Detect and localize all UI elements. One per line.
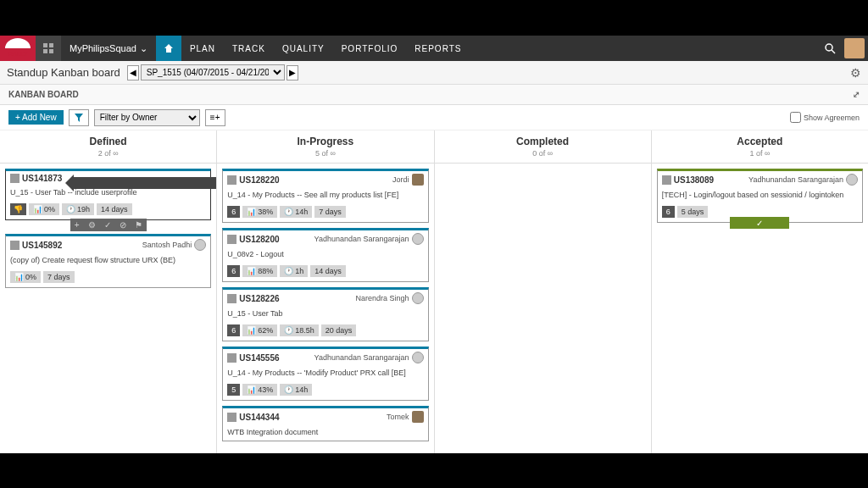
- column-title: Accepted: [657, 136, 863, 147]
- column-body[interactable]: US141873 U_15 - User Tab -- include user…: [0, 164, 216, 453]
- nav-portfolio[interactable]: PORTFOLIO: [333, 36, 407, 61]
- column-body[interactable]: US128220 Jordi U_14 - My Products -- See…: [217, 164, 433, 453]
- stat-points: 6: [662, 206, 675, 218]
- nav-reports[interactable]: REPORTS: [406, 36, 470, 61]
- stat-days: 20 days: [321, 324, 357, 336]
- home-button[interactable]: [156, 36, 181, 61]
- workspace-selector[interactable]: MyPhilipsSquad ⌄: [61, 36, 156, 61]
- accepted-badge: ✓: [730, 217, 789, 229]
- stat-time: 🕐14h: [280, 384, 312, 396]
- card[interactable]: US144344 Tomek WTB Integration document: [222, 406, 428, 441]
- svg-rect-3: [49, 49, 53, 53]
- card-id[interactable]: US145556: [239, 353, 279, 363]
- story-icon: [227, 235, 236, 244]
- card-id[interactable]: US128226: [239, 294, 279, 303]
- column-count: 2 of ∞: [5, 149, 211, 158]
- stat-time: 🕐14h: [280, 206, 312, 218]
- owner-avatar-icon: [846, 174, 858, 186]
- card-id[interactable]: US141873: [22, 174, 62, 183]
- story-icon: [10, 241, 19, 250]
- card[interactable]: US128220 Jordi U_14 - My Products -- See…: [222, 169, 428, 223]
- search-icon[interactable]: [815, 42, 844, 54]
- card-id[interactable]: US145892: [22, 241, 62, 250]
- stat-days: 14 days: [310, 265, 346, 277]
- card-description: (copy of) Create request flow structure …: [6, 253, 210, 269]
- svg-rect-1: [49, 43, 53, 47]
- section-title: KANBAN BOARD: [8, 90, 79, 99]
- nav-quality[interactable]: QUALITY: [274, 36, 333, 61]
- stat-points: 6: [227, 324, 240, 336]
- page-title: Standup Kanban board: [7, 66, 120, 79]
- owner-avatar-icon: [412, 352, 424, 363]
- sprint-select[interactable]: SP_1515 (04/07/2015 - 04/21/2015): [141, 64, 285, 80]
- sprint-prev-button[interactable]: ◀: [127, 65, 139, 80]
- card[interactable]: US138089 Yadhunandan Sarangarajan [TECH]…: [657, 169, 863, 223]
- nav-track[interactable]: TRACK: [224, 36, 274, 61]
- action-add-icon[interactable]: +: [75, 220, 80, 230]
- show-agreement-toggle[interactable]: Show Agreemen: [790, 112, 860, 123]
- card-id[interactable]: US144344: [239, 413, 279, 422]
- stat-percent: 📊0%: [29, 203, 59, 215]
- card-id[interactable]: US128200: [239, 235, 279, 244]
- card[interactable]: US128200 Yadhunandan Sarangarajan U_08v2…: [222, 228, 428, 282]
- sprint-next-button[interactable]: ▶: [287, 65, 298, 80]
- card[interactable]: US145892 Santosh Padhi (copy of) Create …: [5, 234, 211, 288]
- stat-points: 6: [227, 265, 240, 277]
- story-icon: [227, 413, 236, 422]
- story-icon: [227, 353, 236, 363]
- owner-filter-select[interactable]: Filter by Owner: [94, 109, 200, 126]
- card-stats: 📊0% 7 days: [6, 269, 210, 287]
- card-owner: Narendra Singh: [355, 292, 423, 304]
- nav-plan[interactable]: PLAN: [181, 36, 224, 61]
- card-description: U_08v2 - Logout: [223, 247, 427, 263]
- add-new-button[interactable]: + Add New: [8, 110, 64, 125]
- card-owner: Jordi: [392, 174, 424, 186]
- column-title: In-Progress: [222, 136, 428, 147]
- expand-icon[interactable]: ⤢: [853, 90, 860, 99]
- action-flag-icon[interactable]: ⚑: [135, 220, 142, 230]
- column-body[interactable]: US138089 Yadhunandan Sarangarajan [TECH]…: [652, 164, 868, 453]
- card-description: U_14 - My Products -- 'Modify Product' P…: [223, 366, 427, 381]
- column-defined: Defined 2 of ∞ US141873 U_15 - User Tab …: [0, 130, 217, 453]
- gear-icon[interactable]: ⚙: [850, 66, 861, 80]
- action-block-icon[interactable]: ⊘: [120, 220, 126, 230]
- stat-percent: 📊38%: [242, 206, 277, 218]
- stat-percent: 📊43%: [242, 384, 277, 396]
- story-icon: [10, 174, 19, 183]
- action-settings-icon[interactable]: ⚙: [88, 220, 96, 230]
- owner-avatar-icon: [412, 233, 424, 245]
- stat-percent: 📊0%: [10, 271, 41, 283]
- owner-avatar-icon: [412, 174, 424, 186]
- card-id[interactable]: US128220: [239, 175, 279, 185]
- filter-icon[interactable]: [69, 109, 89, 126]
- card[interactable]: US145556 Yadhunandan Sarangarajan U_14 -…: [222, 347, 428, 401]
- card[interactable]: US141873 U_15 - User Tab -- include user…: [5, 169, 211, 220]
- card-description: [TECH] - Login/logout based on sessionid…: [658, 188, 862, 203]
- page-subheader: Standup Kanban board ◀ SP_1515 (04/07/20…: [0, 61, 868, 85]
- column-count: 0 of ∞: [440, 149, 646, 158]
- action-check-icon[interactable]: ✓: [104, 220, 111, 230]
- story-icon: [662, 175, 671, 185]
- column-header: Accepted 1 of ∞: [652, 130, 868, 164]
- card-stats: 6 📊62% 🕐18.5h 20 days: [223, 322, 427, 341]
- card-owner: Santosh Padhi: [142, 239, 207, 251]
- column-accepted: Accepted 1 of ∞ US138089 Yadhunandan Sar…: [652, 130, 868, 453]
- column-header: Completed 0 of ∞: [435, 130, 651, 164]
- column-count: 1 of ∞: [657, 149, 863, 158]
- column-body[interactable]: [435, 164, 651, 453]
- column-header: Defined 2 of ∞: [0, 130, 216, 164]
- pointer-arrow: [72, 177, 216, 189]
- section-header: KANBAN BOARD ⤢: [0, 85, 868, 105]
- card[interactable]: US128226 Narendra Singh U_15 - User Tab …: [222, 287, 428, 341]
- apps-icon[interactable]: [36, 36, 61, 61]
- card-description: WTB Integration document: [223, 425, 427, 441]
- user-avatar[interactable]: [844, 38, 865, 58]
- rally-logo: RALLY: [0, 36, 36, 61]
- card-owner: Yadhunandan Sarangarajan: [314, 352, 424, 363]
- agreement-checkbox[interactable]: [790, 112, 801, 123]
- view-toggle-button[interactable]: ≡+: [205, 109, 225, 126]
- svg-line-5: [832, 50, 835, 53]
- card-id[interactable]: US138089: [674, 175, 714, 185]
- card-stats: 6 📊88% 🕐1h 14 days: [223, 263, 427, 281]
- card-description: U_14 - My Products -- See all my product…: [223, 188, 427, 203]
